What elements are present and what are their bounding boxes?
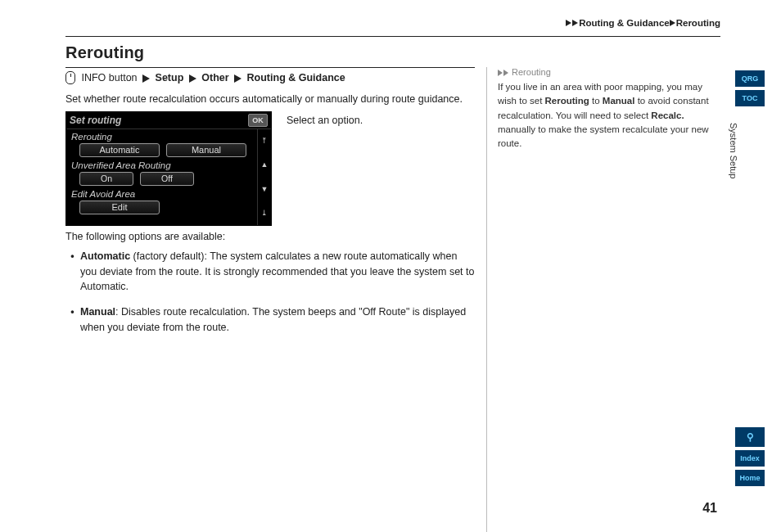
- mouse-icon: [65, 71, 75, 84]
- chevron-icon: [498, 70, 503, 76]
- option-manual: Manual: Disables route recalculation. Th…: [77, 304, 475, 336]
- unverified-label: Unverified Area Routing: [71, 160, 268, 170]
- options-intro: The following options are available:: [65, 231, 475, 242]
- page-number: 41: [702, 501, 717, 516]
- breadcrumb-seg1: Routing & Guidance: [579, 18, 670, 28]
- sidebar-note: If you live in an area with poor mapping…: [498, 80, 720, 151]
- intro-text: Set whether route recalculation occurs a…: [65, 92, 475, 106]
- nav-setup: Setup: [156, 72, 184, 83]
- sidebar-title-text: Rerouting: [512, 67, 551, 77]
- on-button[interactable]: On: [79, 172, 133, 186]
- triangle-right-icon: [189, 74, 196, 83]
- option-automatic: Automatic (factory default): The system …: [77, 249, 475, 295]
- nav-routing: Routing & Guidance: [247, 72, 345, 83]
- tab-home[interactable]: Home: [735, 470, 765, 486]
- ok-button[interactable]: OK: [248, 114, 268, 127]
- auto-desc: (factory default): The system calculates…: [80, 250, 475, 293]
- triangle-right-icon: [142, 74, 150, 83]
- automatic-button[interactable]: Automatic: [79, 143, 160, 157]
- rerouting-label: Rerouting: [71, 132, 268, 142]
- breadcrumb-seg2: Rerouting: [676, 18, 720, 28]
- chevron-right-icon: [670, 20, 675, 26]
- tab-index[interactable]: Index: [735, 450, 765, 467]
- chevron-icon: [503, 70, 508, 76]
- scrollbar[interactable]: ⤒ ▲ ▼ ⤓: [257, 128, 271, 225]
- page-title: Rerouting: [65, 43, 720, 62]
- sidebar-heading: Rerouting: [498, 67, 720, 77]
- scroll-top-icon[interactable]: ⤒: [258, 128, 271, 153]
- auto-label: Automatic: [80, 250, 130, 262]
- section-label: System Setup: [729, 123, 738, 178]
- device-screenshot: Set routing OK Rerouting Automatic Manua…: [65, 111, 272, 226]
- chevron-right-icon: [566, 20, 571, 26]
- tab-toc[interactable]: TOC: [735, 90, 765, 106]
- tab-qrg[interactable]: QRG: [735, 70, 765, 87]
- tab-search[interactable]: ⚲: [735, 427, 765, 447]
- nav-prefix: INFO button: [81, 72, 137, 83]
- manual-button[interactable]: Manual: [166, 143, 246, 157]
- scroll-down-icon[interactable]: ▼: [258, 177, 271, 201]
- breadcrumb: Routing & GuidanceRerouting: [566, 18, 720, 28]
- chevron-right-icon: [572, 20, 578, 26]
- off-button[interactable]: Off: [140, 172, 194, 186]
- scroll-bottom-icon[interactable]: ⤓: [258, 201, 271, 225]
- edit-button[interactable]: Edit: [79, 201, 160, 214]
- manual-label: Manual: [80, 306, 115, 318]
- instruction-text: Select an option.: [287, 111, 363, 126]
- edit-avoid-label: Edit Avoid Area: [71, 189, 268, 199]
- scroll-up-icon[interactable]: ▲: [258, 152, 271, 177]
- manual-desc: : Disables route recalculation. The syst…: [80, 306, 466, 333]
- nav-path: INFO button Setup Other Routing & Guidan…: [65, 67, 475, 89]
- nav-other: Other: [201, 72, 228, 83]
- triangle-right-icon: [234, 74, 242, 83]
- screen-title: Set routing: [70, 115, 121, 126]
